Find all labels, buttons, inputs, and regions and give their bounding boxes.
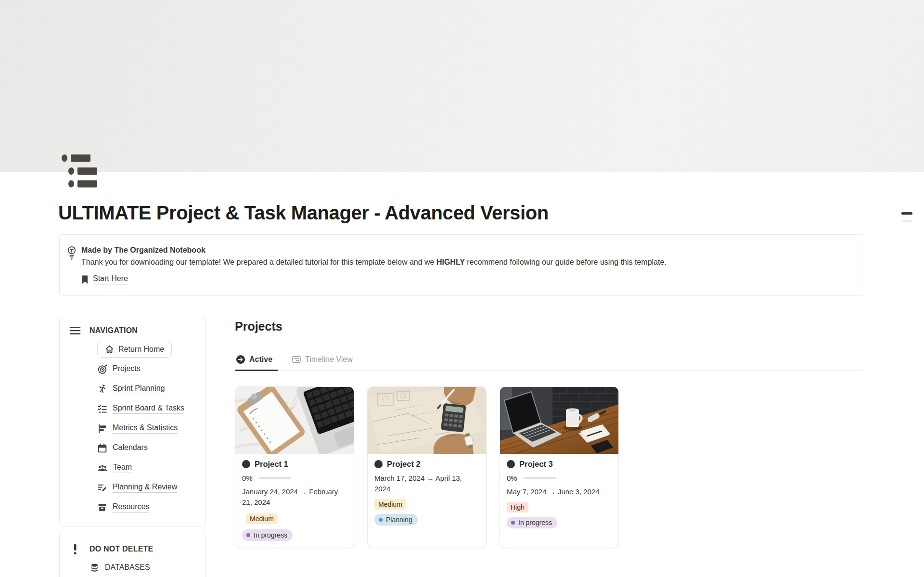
- do-not-delete-list: DATABASES: [90, 558, 198, 577]
- priority-tag: Medium: [246, 513, 278, 524]
- exclamation-icon: [69, 543, 81, 555]
- callout-body: Thank you for downloading our template! …: [81, 256, 667, 268]
- sidebar-item-team[interactable]: Team: [97, 458, 198, 478]
- card-body: Project 3 0% May 7, 2024 → June 3, 2024 …: [500, 454, 618, 535]
- status-dot: [511, 521, 515, 525]
- sidebar-item-projects[interactable]: Projects: [97, 359, 198, 379]
- project-card-3[interactable]: Project 3 0% May 7, 2024 → June 3, 2024 …: [500, 386, 619, 548]
- progress-row: 0%: [242, 474, 347, 482]
- project-card-2[interactable]: Project 2 March 17, 2024 → April 13, 202…: [367, 386, 487, 548]
- database-icon: [90, 563, 100, 573]
- callout-heading: Made by The Organized Notebook: [81, 245, 667, 256]
- architect-blueprints-calculator-photo: [368, 387, 486, 454]
- sidebar-item-label: Team: [113, 463, 132, 473]
- start-here-link[interactable]: Start Here: [81, 274, 667, 284]
- callout-body-bold: HIGHLY: [436, 258, 465, 266]
- black-circle-icon: [242, 460, 250, 468]
- bulleted-list-icon[interactable]: [60, 153, 100, 189]
- black-circle-icon: [374, 460, 383, 468]
- project-dates: January 24, 2024 → February 21, 2024: [242, 487, 347, 508]
- sidebar-item-metrics[interactable]: Metrics & Statistics: [97, 419, 198, 438]
- sidebar-item-label: Calendars: [113, 443, 148, 453]
- sidebar-item-sprint-planning[interactable]: Sprint Planning: [97, 379, 198, 399]
- sidebar-item-label: Projects: [113, 364, 141, 374]
- archive-box-icon: [97, 502, 107, 513]
- project-title: Project 2: [387, 460, 421, 469]
- return-home-button[interactable]: Return Home: [97, 341, 172, 358]
- sidebar-item-label: Sprint Planning: [113, 384, 165, 394]
- status-label: In progress: [518, 518, 552, 527]
- navigation-list: Projects Sprint Planning Spri: [97, 359, 198, 517]
- project-card-gallery: Project 1 0% January 24, 2024 → February…: [235, 386, 863, 548]
- navigation-panel: NAVIGATION Return Home Projects: [59, 317, 205, 526]
- page-title: ULTIMATE Project & Task Manager - Advanc…: [58, 202, 780, 224]
- checklist-icon: [97, 404, 107, 414]
- sidebar-item-calendars[interactable]: Calendars: [97, 438, 198, 458]
- status-dot: [379, 518, 383, 522]
- navigation-header: NAVIGATION: [69, 326, 198, 335]
- calendar-icon: [97, 443, 107, 453]
- sidebar-item-label: Resources: [113, 502, 149, 513]
- status-label: In progress: [254, 531, 287, 539]
- creator-callout: Made by The Organized Notebook Thank you…: [59, 234, 863, 296]
- sidebar-item-label: Sprint Board & Tasks: [113, 404, 184, 414]
- house-icon: [105, 345, 114, 354]
- view-tabs: Active Timeline View: [235, 342, 863, 371]
- progress-value: 0%: [242, 474, 253, 482]
- card-title-row: Project 3: [507, 460, 612, 469]
- project-dates: March 17, 2024 → April 13, 2024: [374, 473, 479, 494]
- black-circle-icon: [507, 460, 515, 468]
- card-body: Project 1 0% January 24, 2024 → February…: [235, 454, 354, 548]
- start-here-label: Start Here: [93, 274, 128, 284]
- status-pill: Planning: [374, 514, 418, 526]
- project-card-1[interactable]: Project 1 0% January 24, 2024 → February…: [235, 386, 354, 548]
- status-pill: In progress: [507, 517, 557, 528]
- progress-bar: [524, 477, 556, 479]
- callout-content: Made by The Organized Notebook Thank you…: [81, 245, 667, 295]
- do-not-delete-header: DO NOT DELETE: [69, 543, 198, 555]
- project-dates: May 7, 2024 → June 3, 2024: [507, 487, 612, 497]
- dark-desk-laptop-coffee-photo: [500, 387, 618, 454]
- running-person-icon: [97, 384, 107, 394]
- project-title: Project 3: [519, 460, 553, 469]
- status-dot: [246, 533, 250, 537]
- priority-tag: High: [507, 502, 528, 513]
- sidebar-item-label: Planning & Review: [113, 483, 177, 493]
- cover-image: [0, 0, 924, 172]
- status-label: Planning: [386, 515, 412, 524]
- sidebar-item-resources[interactable]: Resources: [97, 498, 198, 517]
- bar-chart-icon: [97, 423, 107, 434]
- navigation-title: NAVIGATION: [90, 326, 138, 335]
- bookmark-icon: [81, 275, 89, 284]
- notion-page: { "page": { "title": "ULTIMATE Project &…: [0, 0, 924, 577]
- card-title-row: Project 1: [242, 460, 347, 469]
- tab-active[interactable]: Active: [235, 342, 278, 370]
- progress-bar: [259, 477, 291, 479]
- return-home-label: Return Home: [118, 345, 164, 354]
- sidebar-item-sprint-board[interactable]: Sprint Board & Tasks: [97, 399, 198, 419]
- card-title-row: Project 2: [374, 460, 479, 469]
- project-title: Project 1: [255, 460, 288, 469]
- arrow-circle-right-icon: [236, 355, 245, 364]
- light-bulb-icon: [66, 245, 77, 262]
- target-icon: [97, 364, 107, 374]
- sidebar-item-databases[interactable]: DATABASES: [90, 558, 198, 577]
- collapse-dash-shadow: [902, 220, 912, 222]
- sidebar-item-planning-review[interactable]: Planning & Review: [97, 478, 198, 498]
- timeline-view-icon: [292, 355, 301, 364]
- progress-value: 0%: [507, 474, 517, 482]
- do-not-delete-title: DO NOT DELETE: [90, 545, 153, 553]
- sidebar-item-label: Metrics & Statistics: [113, 423, 178, 434]
- collapse-dash-icon[interactable]: [901, 212, 912, 215]
- callout-body-text-2: recommend following our guide before usi…: [465, 258, 667, 266]
- priority-tag: Medium: [374, 499, 406, 510]
- tab-active-label: Active: [249, 355, 272, 364]
- progress-row: 0%: [507, 474, 612, 482]
- people-icon: [97, 463, 108, 473]
- status-pill: In progress: [242, 529, 293, 541]
- callout-body-text: Thank you for downloading our template! …: [81, 258, 436, 266]
- compose-icon: [97, 483, 107, 493]
- hamburger-menu-icon: [69, 326, 81, 335]
- card-body: Project 2 March 17, 2024 → April 13, 202…: [368, 454, 486, 532]
- tab-timeline-view[interactable]: Timeline View: [291, 342, 359, 370]
